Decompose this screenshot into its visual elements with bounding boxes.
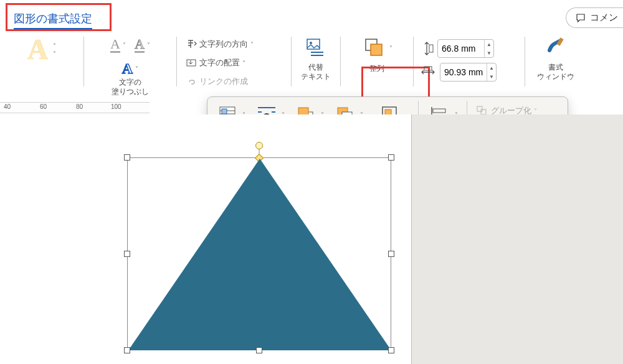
text-fill-button[interactable]: A ˅ (108, 35, 128, 55)
create-link-button[interactable]: リンクの作成 (183, 74, 250, 89)
text-effects-a-icon: A (122, 60, 133, 77)
gallery-down-icon[interactable]: ˅ (53, 50, 56, 57)
document-page[interactable] (0, 114, 411, 364)
svg-rect-7 (429, 45, 433, 52)
rotate-handle[interactable] (255, 142, 263, 149)
format-pane-icon (545, 37, 567, 59)
chevron-down-icon: ˅ (389, 45, 392, 52)
comment-icon (575, 12, 586, 24)
workspace-background (411, 114, 623, 364)
resize-handle-ne[interactable] (388, 154, 394, 161)
svg-rect-30 (477, 106, 482, 111)
ribbon: A ˄ ˅ A ˅ A ˅ A ˅ 文字の 塗りつぶし (0, 34, 623, 93)
chevron-down-icon: ˅ (534, 108, 537, 114)
chevron-down-icon: ˅ (135, 65, 138, 72)
comments-label: コメン (590, 12, 618, 24)
svg-rect-28 (433, 109, 445, 113)
separator (83, 37, 84, 86)
align-text-icon (186, 57, 197, 68)
chevron-down-icon: ˅ (250, 41, 254, 48)
resize-handle-nw[interactable] (124, 154, 130, 161)
separator (291, 37, 292, 86)
chevron-down-icon: ˅ (147, 42, 150, 49)
height-icon (420, 40, 434, 57)
wordart-gallery[interactable]: A (25, 35, 50, 64)
shape-selection-bounds[interactable] (127, 157, 391, 350)
chevron-down-icon: ˅ (123, 42, 126, 49)
shape-format-tab[interactable]: 図形の書式設定 (14, 11, 92, 29)
separator (413, 37, 414, 86)
svg-rect-0 (187, 60, 196, 66)
format-pane-button[interactable] (543, 35, 568, 60)
resize-handle-sw[interactable] (124, 347, 130, 353)
chevron-down-icon: ˅ (242, 60, 245, 67)
svg-point-2 (310, 42, 312, 44)
text-outline-a-icon: A (135, 37, 145, 53)
text-fill-a-icon: A (110, 37, 120, 53)
spin-up[interactable]: ▲ (485, 40, 493, 49)
triangle-shape[interactable] (128, 159, 391, 350)
alt-text-button[interactable] (303, 35, 328, 60)
separator (340, 37, 341, 86)
link-icon (186, 76, 197, 87)
text-direction-icon (186, 39, 197, 50)
align-text-button[interactable]: 文字の配置 ˅ (183, 55, 248, 70)
arrange-button[interactable]: ˅ (361, 35, 392, 60)
text-fill-label: 文字の 塗りつぶし (112, 78, 149, 96)
alt-text-icon (305, 37, 327, 59)
spin-down[interactable]: ▼ (487, 72, 496, 81)
horizontal-ruler: 40 60 80 100 (0, 102, 150, 113)
comments-button[interactable]: コメン (566, 7, 623, 28)
svg-rect-8 (424, 67, 432, 70)
text-effects-button[interactable]: A ˅ (120, 58, 141, 79)
text-direction-button[interactable]: 文字列の方向 ˅ (183, 37, 256, 52)
spin-up[interactable]: ▲ (487, 63, 496, 72)
gallery-up-icon[interactable]: ˄ (53, 42, 56, 49)
svg-rect-31 (481, 110, 486, 114)
alt-text-label: 代替 テキスト (301, 63, 331, 82)
height-field[interactable] (438, 44, 484, 54)
resize-handle-se[interactable] (388, 347, 394, 353)
arrange-icon (362, 35, 387, 60)
separator (176, 37, 177, 86)
shape-height-input[interactable]: ▲▼ (437, 39, 494, 58)
width-icon (420, 65, 436, 79)
svg-rect-14 (222, 109, 227, 114)
arrange-label: 整列 (369, 64, 384, 73)
svg-rect-6 (371, 44, 382, 55)
resize-handle-w[interactable] (124, 251, 130, 257)
format-pane-label: 書式 ウィンドウ (537, 63, 574, 82)
resize-handle-s[interactable] (256, 347, 262, 353)
shape-width-input[interactable]: ▲▼ (440, 63, 497, 82)
text-outline-button[interactable]: A ˅ (132, 35, 153, 55)
separator (525, 37, 525, 86)
resize-handle-e[interactable] (388, 251, 394, 257)
width-field[interactable] (440, 67, 487, 77)
spin-down[interactable]: ▼ (485, 49, 493, 57)
